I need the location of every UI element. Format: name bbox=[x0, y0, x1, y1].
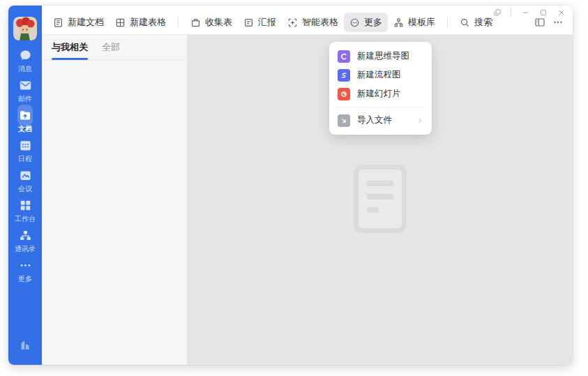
new-sheet-button[interactable]: 新建表格 bbox=[110, 13, 172, 32]
tab-label: 与我相关 bbox=[52, 41, 88, 54]
meeting-icon bbox=[17, 167, 33, 183]
chevron-right-icon bbox=[416, 117, 423, 124]
menu-item-new-mindmap[interactable]: 新建思维导图 bbox=[329, 47, 432, 66]
sidebar-item-label: 更多 bbox=[18, 274, 32, 283]
content-row: 与我相关 全部 bbox=[42, 35, 573, 365]
sidebar-item-mail[interactable]: 邮件 bbox=[8, 77, 42, 107]
menu-item-import-file[interactable]: 导入文件 bbox=[329, 111, 432, 130]
report-button[interactable]: 汇报 bbox=[238, 13, 282, 32]
watermark-line bbox=[367, 194, 393, 200]
sidebar-item-label: 通讯录 bbox=[15, 244, 36, 253]
more-button[interactable]: 更多 bbox=[344, 13, 388, 32]
collect-form-button[interactable]: 收集表 bbox=[185, 13, 238, 32]
rail-more-icon bbox=[17, 257, 33, 273]
sidebar-item-contacts[interactable]: 通讯录 bbox=[8, 227, 42, 257]
menu-item-label: 新建幻灯片 bbox=[357, 88, 401, 100]
ellipsis-icon[interactable] bbox=[549, 13, 567, 31]
watermark-line bbox=[367, 207, 379, 213]
new-doc-icon bbox=[53, 17, 63, 28]
mindmap-icon bbox=[338, 50, 350, 63]
toolbar-label: 更多 bbox=[364, 16, 382, 29]
toolbar-label: 收集表 bbox=[205, 16, 232, 29]
template-library-button[interactable]: 模板库 bbox=[388, 13, 441, 32]
doc-list-tabs: 与我相关 全部 bbox=[42, 35, 187, 60]
sidebar-item-label: 邮件 bbox=[18, 94, 32, 103]
search-icon bbox=[460, 17, 470, 28]
chat-icon bbox=[17, 47, 33, 63]
more-circle-icon bbox=[349, 17, 360, 28]
new-sheet-icon bbox=[115, 17, 126, 28]
toolbar-label: 智能表格 bbox=[302, 16, 338, 29]
sidebar-dock-app[interactable] bbox=[17, 337, 33, 355]
toolbar-label: 模板库 bbox=[408, 16, 435, 29]
toolbar-label: 搜索 bbox=[474, 16, 492, 29]
flowchart-icon bbox=[338, 69, 350, 82]
docs-icon bbox=[17, 107, 33, 123]
menu-item-label: 新建流程图 bbox=[357, 69, 401, 81]
sidebar-item-label: 会议 bbox=[18, 184, 32, 193]
tab-label: 全部 bbox=[102, 41, 120, 54]
sidebar-item-label: 日程 bbox=[18, 154, 32, 163]
app-window: 消息 邮件 文档 日程 会议 bbox=[8, 6, 573, 365]
tab-all[interactable]: 全部 bbox=[102, 35, 120, 60]
toolbar-label: 新建表格 bbox=[130, 16, 166, 29]
sidebar-item-label: 工作台 bbox=[15, 214, 36, 223]
menu-separator bbox=[336, 107, 425, 107]
sidebar-item-label: 消息 bbox=[18, 64, 32, 73]
menu-item-new-slides[interactable]: 新建幻灯片 bbox=[329, 84, 432, 103]
sidebar-item-more[interactable]: 更多 bbox=[8, 257, 42, 287]
template-library-icon bbox=[393, 17, 404, 28]
sidebar-item-meetings[interactable]: 会议 bbox=[8, 167, 42, 197]
tab-related-to-me[interactable]: 与我相关 bbox=[52, 35, 88, 60]
slides-icon bbox=[338, 88, 350, 100]
sidebar-item-calendar[interactable]: 日程 bbox=[8, 137, 42, 167]
collect-form-icon bbox=[190, 17, 201, 28]
toolbar-separator bbox=[178, 17, 179, 27]
toolbar-label: 汇报 bbox=[258, 16, 276, 29]
topbar: 新建文档 新建表格 收集表 汇报 智能表格 bbox=[42, 6, 573, 35]
watermark-line bbox=[367, 181, 393, 186]
sidebar-item-docs[interactable]: 文档 bbox=[8, 107, 42, 137]
doc-list-panel: 与我相关 全部 bbox=[42, 35, 187, 365]
toolbar: 新建文档 新建表格 收集表 汇报 智能表格 bbox=[47, 13, 567, 32]
new-doc-button[interactable]: 新建文档 bbox=[47, 13, 110, 32]
main-column: 新建文档 新建表格 收集表 汇报 智能表格 bbox=[42, 6, 573, 365]
panel-toggle-icon[interactable] bbox=[531, 13, 549, 31]
smart-table-button[interactable]: 智能表格 bbox=[282, 13, 344, 32]
search-button[interactable]: 搜索 bbox=[454, 13, 498, 32]
report-icon bbox=[243, 17, 254, 28]
menu-item-label: 新建思维导图 bbox=[357, 50, 409, 62]
toolbar-label: 新建文档 bbox=[68, 16, 104, 29]
avatar-image bbox=[13, 17, 37, 40]
smart-table-icon bbox=[287, 17, 298, 28]
dock-app-icon bbox=[17, 337, 33, 352]
calendar-icon bbox=[17, 137, 33, 153]
menu-item-new-flowchart[interactable]: 新建流程图 bbox=[329, 66, 432, 84]
sidebar-item-workbench[interactable]: 工作台 bbox=[8, 197, 42, 227]
workbench-icon bbox=[17, 197, 33, 213]
sidebar-item-label: 文档 bbox=[18, 124, 32, 133]
more-dropdown-menu: 新建思维导图 新建流程图 新建幻灯片 导入文件 bbox=[329, 42, 432, 135]
sidebar-item-messages[interactable]: 消息 bbox=[8, 47, 42, 77]
menu-item-label: 导入文件 bbox=[357, 114, 392, 126]
toolbar-separator bbox=[447, 17, 448, 27]
document-watermark-icon bbox=[354, 165, 407, 233]
mail-icon bbox=[17, 77, 33, 93]
import-icon bbox=[338, 114, 350, 127]
sidebar: 消息 邮件 文档 日程 会议 bbox=[8, 6, 42, 365]
contacts-icon bbox=[17, 227, 33, 243]
avatar[interactable] bbox=[13, 17, 37, 40]
